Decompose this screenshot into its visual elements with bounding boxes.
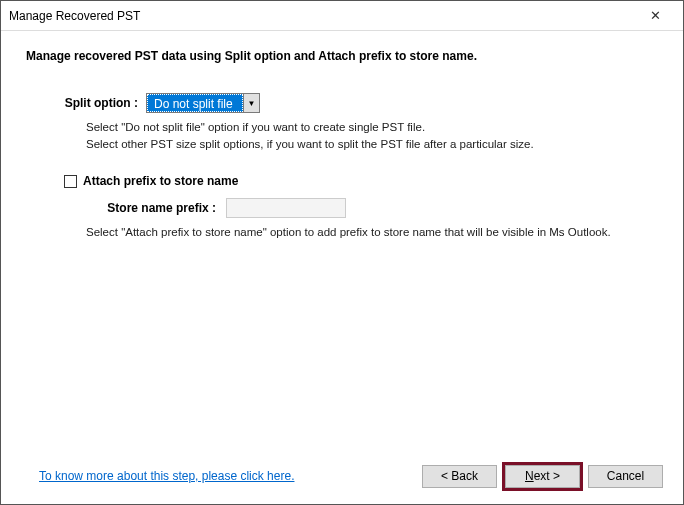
prefix-checkbox-row: Attach prefix to store name [64, 174, 658, 188]
chevron-down-icon[interactable]: ▼ [243, 94, 259, 112]
split-option-label: Split option : [26, 96, 146, 110]
back-button[interactable]: < Back [422, 465, 497, 488]
learn-more-link[interactable]: To know more about this step, please cli… [39, 469, 294, 483]
dialog-window: Manage Recovered PST ✕ Manage recovered … [0, 0, 684, 505]
split-option-value: Do not split file [147, 94, 243, 112]
close-icon[interactable]: ✕ [635, 2, 675, 30]
page-heading: Manage recovered PST data using Split op… [26, 49, 658, 63]
prefix-input[interactable] [226, 198, 346, 218]
prefix-help-text: Select "Attach prefix to store name" opt… [86, 226, 658, 238]
prefix-field-row: Store name prefix : [86, 198, 658, 218]
next-button[interactable]: Next > [505, 465, 580, 488]
titlebar: Manage Recovered PST ✕ [1, 1, 683, 31]
split-help-line2: Select other PST size split options, if … [86, 138, 534, 150]
dialog-content: Manage recovered PST data using Split op… [1, 31, 683, 456]
split-help-line1: Select "Do not split file" option if you… [86, 121, 425, 133]
split-help-text: Select "Do not split file" option if you… [86, 119, 658, 152]
split-option-row: Split option : Do not split file ▼ [26, 93, 658, 113]
prefix-field-label: Store name prefix : [86, 201, 226, 215]
prefix-checkbox[interactable] [64, 175, 77, 188]
window-title: Manage Recovered PST [9, 9, 635, 23]
dialog-footer: To know more about this step, please cli… [1, 456, 683, 504]
cancel-button[interactable]: Cancel [588, 465, 663, 488]
prefix-checkbox-label: Attach prefix to store name [83, 174, 238, 188]
split-option-combo[interactable]: Do not split file ▼ [146, 93, 260, 113]
